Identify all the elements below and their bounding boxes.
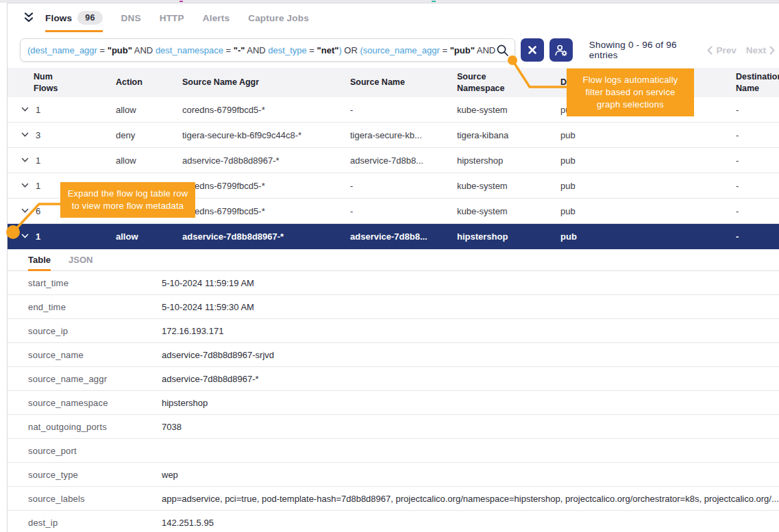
- clear-filter-button[interactable]: [521, 38, 544, 62]
- log-type-tabbar: Flows 96 DNS HTTP Alerts Capture Jobs: [8, 3, 779, 32]
- cell-num-flows: 1: [36, 155, 40, 166]
- nav-tabs: Flows 96 DNS HTTP Alerts Capture Jobs: [45, 3, 327, 32]
- filterbar: (dest_name_aggr = "pub" AND dest_namespa…: [8, 32, 779, 68]
- cell-destination-name: -: [736, 130, 779, 140]
- cell-source-name: -: [350, 105, 457, 115]
- flow-logs-panel: Flows 96 DNS HTTP Alerts Capture Jobs (d…: [0, 0, 779, 532]
- cell-destination-name: -: [736, 206, 779, 216]
- detail-tab-label: Table: [28, 255, 51, 265]
- query-token-kw: AND: [245, 45, 268, 55]
- cell-source-namespace: kube-system: [457, 206, 560, 216]
- query-token-op: =: [307, 45, 317, 55]
- column-header-destination-name: Destination Name: [736, 71, 779, 94]
- query-token-field: dest_name_aggr: [30, 45, 97, 55]
- cell-source-name: -: [350, 206, 457, 216]
- decorative-speck: [432, 1, 436, 2]
- detail-row-source_namespace: source_namespace hipstershop: [8, 391, 779, 415]
- nav-tab-http[interactable]: HTTP: [160, 3, 184, 32]
- flow-table-row[interactable]: 3 deny tigera-secure-kb-6f9c9c44c8-* tig…: [8, 123, 779, 148]
- nav-tab-alerts[interactable]: Alerts: [203, 3, 230, 32]
- decorative-speck: [180, 1, 183, 2]
- cell-action: allow: [116, 155, 182, 166]
- cell-dest-name-aggr: pub: [560, 181, 736, 191]
- detail-row-dest_ip: dest_ip 142.251.5.95: [8, 511, 779, 532]
- user-settings-button[interactable]: [549, 38, 573, 62]
- query-token-op: =: [97, 45, 108, 55]
- expand-row-chevron-icon[interactable]: [21, 132, 29, 138]
- cell-action: allow: [116, 231, 182, 242]
- expand-row-chevron-icon[interactable]: [21, 233, 29, 239]
- nav-tab-count-badge: 96: [77, 11, 102, 25]
- column-header-source-namespace: Source Namespace: [457, 71, 522, 94]
- detail-field-value: wep: [162, 470, 779, 480]
- detail-field-key: nat_outgoing_ports: [8, 422, 162, 432]
- query-token-op: =: [440, 45, 450, 55]
- cell-num-flows: 1: [36, 181, 40, 191]
- detail-tab-json[interactable]: JSON: [69, 249, 92, 271]
- flow-table-body: 1 allow coredns-6799fbcd5-* - kube-syste…: [8, 97, 779, 249]
- cell-source-namespace: tigera-kibana: [457, 130, 560, 140]
- cell-destination-name: -: [736, 105, 779, 115]
- query-token-kw: OR: [344, 45, 360, 55]
- nav-tab-flows[interactable]: Flows 96: [45, 3, 103, 32]
- expand-row-chevron-icon[interactable]: [21, 183, 29, 188]
- detail-field-key: source_name: [8, 350, 162, 360]
- next-label: Next: [746, 45, 766, 55]
- double-chevron-down-icon: [23, 12, 35, 23]
- column-header-source-name: Source Name: [350, 77, 457, 88]
- query-token-kw: AND: [132, 45, 156, 55]
- detail-field-key: end_time: [8, 302, 162, 312]
- detail-field-key: source_namespace: [8, 398, 162, 408]
- nav-tab-label: Capture Jobs: [248, 13, 309, 23]
- detail-field-value: 172.16.193.171: [162, 326, 779, 336]
- detail-field-value: adservice-7d8b8d8967-*: [162, 374, 779, 384]
- detail-row-source_type: source_type wep: [8, 463, 779, 487]
- flow-table-row[interactable]: 1 allow adservice-7d8b8d8967-* adservice…: [8, 148, 779, 173]
- expand-row-chevron-icon[interactable]: [21, 107, 29, 112]
- cell-source-namespace: kube-system: [457, 105, 560, 115]
- column-header-num-flows: Num Flows: [8, 71, 73, 94]
- detail-row-source_name: source_name adservice-7d8b8d8967-srjvd: [8, 343, 779, 367]
- expand-row-chevron-icon[interactable]: [21, 208, 29, 214]
- query-token-value: "pub": [450, 45, 475, 55]
- detail-field-value: 5-10-2024 11:59:19 AM: [162, 278, 779, 288]
- detail-row-end_time: end_time 5-10-2024 11:59:30 AM: [8, 295, 779, 319]
- chevron-left-icon: [707, 46, 713, 55]
- detail-field-key: start_time: [8, 278, 162, 288]
- cell-dest-name-aggr: pub: [560, 155, 736, 166]
- detail-field-value: 142.251.5.95: [162, 518, 779, 528]
- callout-expand-row-tooltip: Expand the flow log table row to view mo…: [60, 182, 195, 218]
- expand-row-chevron-icon[interactable]: [21, 157, 29, 163]
- prev-label: Prev: [716, 45, 736, 55]
- query-token-field: dest_namespace: [156, 45, 223, 55]
- collapse-panel-button[interactable]: [21, 10, 36, 25]
- query-token-value: "-": [234, 45, 245, 55]
- user-gear-icon: [554, 44, 568, 57]
- filter-query: (dest_name_aggr = "pub" AND dest_namespa…: [27, 45, 496, 55]
- detail-field-key: source_ip: [8, 326, 162, 336]
- nav-tab-dns[interactable]: DNS: [121, 3, 141, 32]
- nav-tab-label: HTTP: [160, 13, 184, 23]
- detail-tab-table[interactable]: Table: [28, 249, 51, 271]
- prev-page-button[interactable]: Prev: [707, 45, 736, 55]
- detail-row-source_name_aggr: source_name_aggr adservice-7d8b8d8967-*: [8, 367, 779, 391]
- detail-field-key: source_name_aggr: [8, 374, 162, 384]
- cell-source-name: adservice-7d8b8...: [350, 155, 457, 166]
- query-token-field: source_name_aggr: [363, 45, 440, 55]
- cell-num-flows: 6: [36, 206, 40, 216]
- flow-table-row[interactable]: 1 allow adservice-7d8b8d8967-* adservice…: [8, 224, 779, 249]
- nav-tab-label: Flows: [45, 13, 72, 23]
- detail-row-source_port: source_port: [8, 439, 779, 463]
- cell-destination-name: -: [736, 231, 779, 242]
- detail-row-source_ip: source_ip 172.16.193.171: [8, 319, 779, 343]
- nav-tab-capture-jobs[interactable]: Capture Jobs: [248, 3, 309, 32]
- column-header-action: Action: [116, 77, 182, 88]
- filter-query-input[interactable]: (dest_name_aggr = "pub" AND dest_namespa…: [20, 38, 515, 62]
- next-page-button[interactable]: Next: [746, 45, 775, 55]
- chevron-right-icon: [769, 46, 775, 55]
- detail-field-value: app=adservice, pci=true, pod-template-ha…: [162, 494, 779, 504]
- query-token-value: "pub": [108, 45, 132, 55]
- column-header-source-name-aggr: Source Name Aggr: [182, 77, 350, 88]
- cell-dest-name-aggr: pub: [560, 206, 736, 216]
- cell-destination-name: -: [736, 181, 779, 191]
